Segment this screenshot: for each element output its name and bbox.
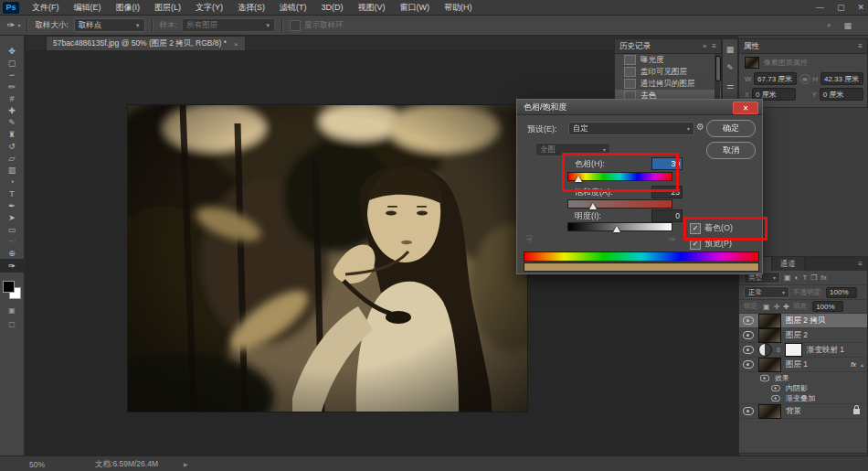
menu-edit[interactable]: 编辑(E) [67, 0, 109, 15]
layer-thumbnail[interactable] [758, 404, 781, 419]
filter-adjustment-icon[interactable]: ◐ [795, 273, 799, 282]
lightness-value-field[interactable]: 0 [651, 209, 683, 222]
ok-button[interactable]: 确定 [706, 120, 756, 137]
filter-smart-icon[interactable]: fx [820, 273, 826, 282]
channel-dropdown[interactable]: 全图▾ [535, 143, 610, 156]
zoom-tool[interactable]: ⊕ [0, 247, 25, 259]
cancel-button[interactable]: 取消 [706, 142, 756, 159]
move-tool[interactable]: ✥ [0, 45, 25, 57]
shape-tool[interactable]: ▭ [0, 223, 25, 235]
info-panel-icon[interactable]: ▦ [726, 45, 735, 54]
status-options-arrow-icon[interactable]: ▶ [184, 461, 188, 467]
height-field[interactable]: 42.33 厘米 [820, 72, 863, 85]
minimize-button[interactable]: — [816, 3, 824, 12]
preset-dropdown[interactable]: 自定▾ [568, 122, 694, 135]
history-collapse-icon[interactable]: » [703, 42, 706, 50]
visibility-eye-icon[interactable] [743, 316, 754, 325]
menu-file[interactable]: 文件(F) [25, 0, 67, 15]
layers-menu-icon[interactable]: ≡ [858, 260, 863, 268]
menu-3d[interactable]: 3D(D) [314, 0, 351, 15]
history-state[interactable]: 通过拷贝的图层 [615, 78, 721, 90]
show-ring-checkbox[interactable] [290, 20, 301, 31]
fx-collapse-icon[interactable]: ▴ [861, 361, 863, 368]
document-tab-close-icon[interactable]: × [234, 40, 238, 48]
visibility-eye-icon[interactable] [743, 331, 754, 339]
menu-filter[interactable]: 滤镜(T) [272, 0, 314, 15]
brush-panel-icon[interactable]: ✎ [726, 63, 734, 72]
visibility-eye-icon[interactable] [743, 407, 754, 415]
screen-mode-icon[interactable]: ▢ [8, 320, 16, 328]
layer-row-background[interactable]: 背景 [739, 404, 867, 419]
blur-tool[interactable]: ◔ [0, 176, 25, 187]
layer-row-with-fx[interactable]: 图层 1 fx ▴ [739, 358, 867, 372]
lock-pixels-icon[interactable]: ✛ [774, 303, 780, 311]
effects-row[interactable]: 效果 [739, 372, 867, 383]
zoom-level[interactable]: 50% [29, 460, 45, 469]
menu-type[interactable]: 文字(Y) [188, 0, 230, 15]
menu-layer[interactable]: 图层(L) [147, 0, 188, 15]
close-button[interactable]: ✕ [857, 3, 864, 12]
opacity-field[interactable]: 100% [826, 287, 857, 298]
gradient-map-icon[interactable] [758, 343, 772, 357]
brush-tool[interactable]: ✎ [0, 116, 25, 128]
path-selection-tool[interactable]: ➤ [0, 211, 25, 223]
tool-preset-caret-icon[interactable]: ▾ [17, 22, 20, 28]
lock-position-icon[interactable]: ✚ [783, 303, 789, 311]
history-state[interactable]: 盖印可见图层 [615, 66, 721, 78]
properties-menu-icon[interactable]: ≡ [858, 42, 863, 50]
marquee-tool[interactable]: ▢ [0, 57, 25, 69]
dialog-close-button[interactable]: ✕ [733, 102, 758, 114]
effect-item-row[interactable]: 内阴影 [739, 383, 867, 393]
sample-dropdown[interactable]: 所有图层▼ [182, 18, 275, 32]
eraser-tool[interactable]: ▱ [0, 152, 25, 164]
layer-row-adjustment[interactable]: 8 渐变映射 1 [739, 343, 867, 358]
lock-transparent-icon[interactable]: ▣ [763, 303, 770, 311]
menu-window[interactable]: 窗口(W) [393, 0, 438, 15]
hue-value-field[interactable]: 39 [651, 157, 683, 170]
visibility-eye-icon[interactable] [743, 346, 754, 354]
eyedropper-sample-icon[interactable]: ✑ [669, 235, 676, 244]
hue-slider[interactable] [567, 172, 672, 181]
layer-mask-thumbnail[interactable] [785, 343, 802, 357]
blend-mode-dropdown[interactable]: 正常▾ [744, 286, 789, 298]
layer-row-selected[interactable]: 图层 2 拷贝 [739, 314, 867, 328]
filter-type-icon[interactable]: T [802, 273, 807, 282]
filter-pixel-icon[interactable]: ▣ [784, 273, 791, 282]
workspace-layout-icon[interactable]: ▦ [843, 21, 852, 30]
saturation-slider[interactable] [567, 199, 672, 209]
visibility-eye-icon[interactable] [771, 395, 780, 401]
layer-thumbnail[interactable] [758, 328, 781, 343]
spot-healing-tool[interactable]: ✚ [0, 104, 25, 116]
menu-image[interactable]: 图像(I) [109, 0, 148, 15]
document-tab[interactable]: 57bac4886135f.jpg @ 50% (图层 2 拷贝, RGB/8)… [46, 36, 246, 51]
crop-tool[interactable]: # [0, 92, 25, 104]
visibility-eye-icon[interactable] [760, 374, 769, 381]
hue-slider-handle[interactable] [575, 176, 582, 182]
fill-field[interactable]: 100% [812, 301, 843, 312]
menu-view[interactable]: 视图(V) [351, 0, 393, 15]
gradient-tool[interactable]: ▥ [0, 164, 25, 176]
effect-item-row[interactable]: 渐变叠加 [739, 393, 867, 404]
adjustments-panel-icon[interactable]: ⚌ [726, 81, 734, 91]
saturation-slider-handle[interactable] [589, 203, 597, 209]
history-menu-icon[interactable]: ≡ [712, 42, 716, 50]
preset-options-gear-icon[interactable]: ⚙ [696, 122, 704, 132]
document-photo[interactable] [128, 105, 527, 412]
pen-tool[interactable]: ✒ [0, 199, 25, 211]
width-field[interactable]: 67.73 厘米 [754, 72, 797, 85]
fx-badge[interactable]: fx [851, 360, 856, 369]
lasso-tool[interactable]: ∽ [0, 69, 25, 80]
layer-thumbnail[interactable] [758, 358, 781, 372]
saturation-value-field[interactable]: 25 [651, 186, 683, 198]
quick-mask-icon[interactable]: ▣ [8, 306, 16, 315]
eyedropper-tool-selected[interactable]: ✑ [0, 259, 25, 273]
search-icon[interactable]: ⌕ [827, 20, 831, 30]
eyedropper-tool-icon[interactable]: ✑ [7, 20, 15, 30]
hand-tool[interactable]: ☜ [0, 235, 25, 247]
menu-select[interactable]: 选择(S) [230, 0, 272, 15]
maximize-button[interactable]: ▢ [837, 3, 845, 12]
filter-shape-icon[interactable]: ❒ [810, 273, 817, 282]
layer-thumbnail[interactable] [758, 314, 781, 328]
targeted-adjustment-icon[interactable]: ☟ [526, 233, 533, 245]
y-field[interactable]: 0 厘米 [820, 88, 863, 101]
